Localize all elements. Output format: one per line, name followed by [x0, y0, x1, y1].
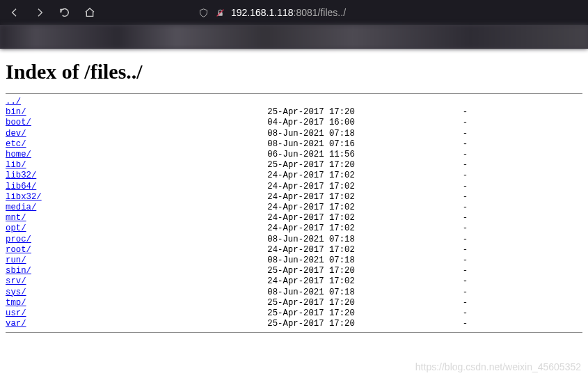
dir-link[interactable]: mnt/ — [6, 213, 26, 223]
address-bar[interactable]: 192.168.1.118:8081/files../ — [198, 0, 346, 25]
dir-link[interactable]: proc/ — [6, 235, 31, 244]
dir-link[interactable]: var/ — [6, 319, 26, 329]
home-button[interactable] — [82, 5, 97, 20]
dir-link[interactable]: usr/ — [6, 308, 26, 318]
bookmarks-bar-obscured — [0, 25, 588, 49]
dir-link-parent[interactable]: ../ — [6, 97, 21, 107]
shield-icon — [198, 7, 209, 18]
reload-button[interactable] — [57, 5, 72, 20]
url-port: :8081 — [294, 7, 318, 18]
forward-button[interactable] — [32, 5, 47, 20]
page-title: Index of /files../ — [6, 60, 582, 84]
dir-link[interactable]: tmp/ — [6, 298, 26, 308]
dir-link[interactable]: home/ — [6, 150, 31, 159]
url-path: /files../ — [318, 7, 346, 18]
dir-link[interactable]: srv/ — [6, 276, 26, 286]
dir-link[interactable]: sys/ — [6, 288, 26, 297]
url-host: 192.168.1.118 — [231, 7, 294, 18]
dir-link[interactable]: boot/ — [6, 118, 31, 127]
page-content: Index of /files../ ../ bin/ 25-Apr-2017 … — [0, 49, 588, 341]
address-bar-wrap: 192.168.1.118:8081/files../ — [107, 0, 581, 25]
dir-link[interactable]: dev/ — [6, 129, 26, 139]
browser-toolbar: 192.168.1.118:8081/files../ — [0, 0, 588, 25]
url-text: 192.168.1.118:8081/files../ — [231, 7, 346, 18]
back-button[interactable] — [7, 5, 22, 20]
dir-link[interactable]: lib/ — [6, 160, 26, 170]
insecure-lock-icon — [214, 7, 225, 18]
dir-link[interactable]: opt/ — [6, 223, 26, 233]
dir-link[interactable]: lib32/ — [6, 171, 36, 180]
dir-link[interactable]: sbin/ — [6, 266, 31, 276]
dir-link[interactable]: lib64/ — [6, 182, 36, 191]
top-rule — [6, 93, 582, 94]
bottom-rule — [6, 332, 582, 333]
dir-link[interactable]: root/ — [6, 245, 31, 255]
watermark: https://blog.csdn.net/weixin_45605352 — [415, 361, 581, 372]
dir-link[interactable]: libx32/ — [6, 192, 42, 202]
dir-link[interactable]: run/ — [6, 255, 26, 265]
dir-link[interactable]: media/ — [6, 203, 36, 212]
directory-listing: ../ bin/ 25-Apr-2017 17:20 - boot/ 04-Ap… — [6, 97, 582, 329]
dir-link[interactable]: bin/ — [6, 107, 26, 117]
dir-link[interactable]: etc/ — [6, 139, 26, 149]
